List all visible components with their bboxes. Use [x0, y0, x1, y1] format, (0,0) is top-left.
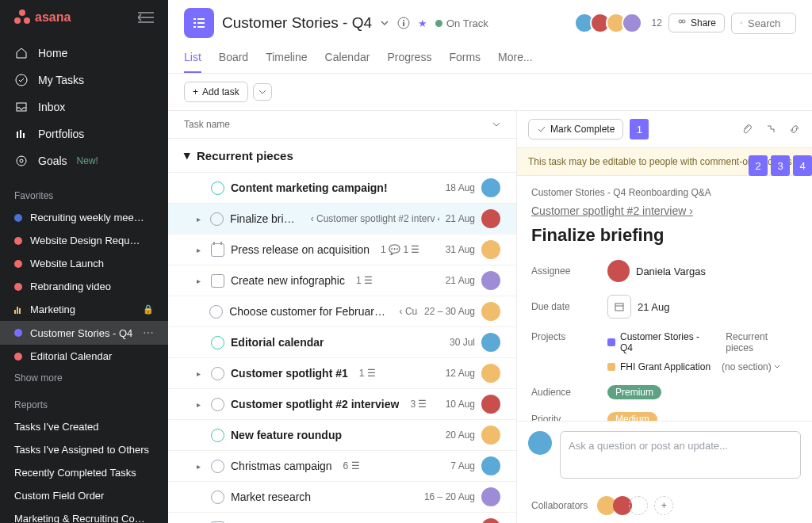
priority-pill[interactable]: Medium [607, 412, 657, 421]
report-item[interactable]: Custom Field Order [0, 484, 168, 507]
task-row[interactable]: ▸Press release on acquisition1 💬 1 ☰31 A… [168, 234, 516, 265]
share-button[interactable]: Share [668, 13, 725, 32]
task-row[interactable]: ▸Create new infographic1 ☰21 Aug [168, 265, 516, 296]
avatar [528, 431, 552, 455]
assignee-name[interactable]: Daniela Vargas [636, 265, 706, 277]
nav-check[interactable]: My Tasks [0, 67, 168, 94]
parent-task-link[interactable]: Customer spotlight #2 interview › [531, 204, 798, 217]
task-row[interactable]: ▸Customer spotlight #11 ☰12 Aug [168, 357, 516, 388]
collaborators-label: Collaborators [531, 500, 588, 511]
breadcrumb[interactable]: Customer Stories - Q4 Reonboarding Q&A [531, 187, 798, 198]
project-section[interactable]: Recurrent pieces [726, 331, 798, 353]
tab-more...[interactable]: More... [498, 46, 533, 73]
calendar-icon[interactable] [607, 295, 631, 319]
chevron-down-icon[interactable] [492, 120, 500, 128]
project-icon [184, 8, 214, 38]
show-more[interactable]: Show more [0, 368, 168, 388]
assignee-label: Assignee [531, 265, 607, 277]
add-collaborator-button[interactable]: + [654, 496, 673, 515]
project-title: Customer Stories - Q4 [222, 14, 372, 32]
task-row[interactable]: New feature roundup20 Aug [168, 419, 516, 450]
favorite-item[interactable]: Editorial Calendar [0, 345, 168, 368]
reports-header: Reports [0, 388, 168, 415]
projects-label: Projects [531, 331, 607, 342]
tab-list[interactable]: List [184, 46, 201, 73]
audience-label: Audience [531, 387, 607, 398]
svg-rect-8 [193, 26, 196, 28]
task-title[interactable]: Finalize briefing [531, 225, 798, 246]
chevron-down-icon[interactable] [380, 18, 389, 28]
num-badge: 1 [630, 119, 649, 139]
task-row[interactable]: ▸Christmas campaign6 ☰7 Aug [168, 450, 516, 481]
task-row[interactable]: ▸Finalize briefing‹ Customer spotlight #… [168, 203, 516, 234]
due-date-label: Due date [531, 301, 607, 312]
num-badge: 2 [749, 155, 768, 176]
info-icon[interactable] [397, 17, 410, 29]
svg-rect-9 [197, 26, 205, 28]
project-name[interactable]: FHI Grant Application [620, 361, 710, 372]
task-row[interactable]: ▸Customer spotlight #2 interview3 ☰10 Au… [168, 388, 516, 419]
comment-input[interactable]: Ask a question or post an update... [560, 431, 801, 479]
header: Customer Stories - Q4 ★ On Track 12 [168, 0, 812, 74]
subtask-icon[interactable] [764, 123, 777, 136]
svg-rect-7 [197, 22, 205, 24]
tab-progress[interactable]: Progress [387, 46, 431, 73]
report-item[interactable]: Marketing & Recruiting Co… [0, 507, 168, 523]
favorite-item[interactable]: Recruiting weekly mee… [0, 206, 168, 229]
section-header[interactable]: ▾Recurrent pieces [168, 139, 516, 172]
report-item[interactable]: Tasks I've Assigned to Others [0, 438, 168, 461]
collapse-sidebar-icon[interactable] [138, 12, 154, 23]
avatar-placeholder[interactable] [629, 496, 648, 515]
nav-goals[interactable]: GoalsNew! [0, 147, 168, 174]
favorite-item[interactable]: Marketing🔒 [0, 298, 168, 321]
tab-calendar[interactable]: Calendar [325, 46, 370, 73]
task-row[interactable]: ▸Create campaign1 ☰24 Aug [168, 512, 516, 523]
svg-point-14 [682, 20, 685, 23]
logo[interactable]: asana [14, 10, 71, 25]
sidebar: asana HomeMy TasksInboxPortfoliosGoalsNe… [0, 0, 168, 523]
svg-rect-5 [197, 18, 205, 20]
nav-inbox[interactable]: Inbox [0, 94, 168, 120]
audience-pill[interactable]: Premium [607, 385, 661, 399]
svg-point-3 [20, 159, 23, 162]
svg-rect-6 [193, 22, 196, 24]
report-item[interactable]: Recently Completed Tasks [0, 461, 168, 484]
nav-home[interactable]: Home [0, 40, 168, 67]
search-input[interactable] [748, 17, 787, 29]
link-icon[interactable] [788, 123, 801, 136]
favorites-header: Favorites [0, 179, 168, 206]
avatar [607, 260, 630, 282]
tab-forms[interactable]: Forms [449, 46, 481, 73]
favorite-item[interactable]: Rebranding video [0, 275, 168, 298]
task-row[interactable]: Market research16 – 20 Aug [168, 481, 516, 512]
nav-portfolios[interactable]: Portfolios [0, 120, 168, 147]
task-row[interactable]: Choose customer for February spotlight‹ … [168, 296, 516, 326]
search-box[interactable] [731, 13, 796, 34]
svg-rect-16 [615, 303, 623, 311]
tab-timeline[interactable]: Timeline [266, 46, 307, 73]
svg-point-0 [16, 74, 27, 86]
attachment-icon[interactable] [741, 123, 753, 136]
task-list: Task name ▾Recurrent piecesContent marke… [168, 111, 516, 523]
svg-point-13 [679, 20, 682, 23]
svg-rect-12 [403, 22, 404, 26]
favorite-item[interactable]: Website Launch [0, 252, 168, 275]
add-task-button[interactable]: +Add task [184, 82, 248, 102]
add-task-dropdown[interactable] [253, 83, 272, 101]
report-item[interactable]: Tasks I've Created [0, 415, 168, 438]
svg-rect-4 [193, 18, 196, 20]
mark-complete-button[interactable]: Mark Complete [528, 119, 623, 139]
favorite-item[interactable]: Website Design Requ… [0, 229, 168, 252]
project-section[interactable]: (no section) [722, 361, 780, 372]
member-avatars[interactable] [579, 13, 642, 33]
due-date[interactable]: 21 Aug [638, 301, 670, 313]
member-count: 12 [652, 17, 662, 29]
tab-board[interactable]: Board [219, 46, 248, 73]
task-row[interactable]: Content marketing campaign!18 Aug [168, 172, 516, 203]
project-name[interactable]: Customer Stories - Q4 [620, 331, 714, 353]
task-row[interactable]: Editorial calendar30 Jul [168, 326, 516, 357]
project-status[interactable]: On Track [435, 17, 488, 29]
favorite-item[interactable]: Customer Stories - Q4⋯ [0, 321, 168, 345]
star-icon[interactable]: ★ [418, 17, 427, 29]
svg-point-15 [741, 22, 742, 24]
